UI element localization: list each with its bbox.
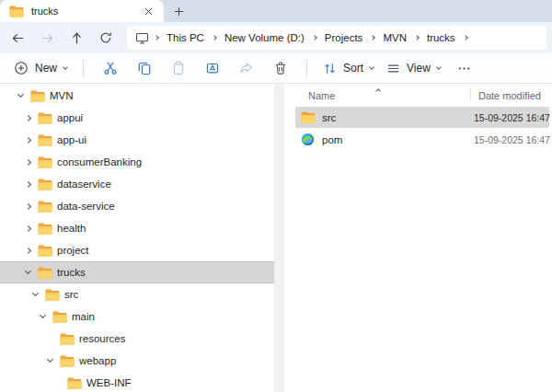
toolbar-divider xyxy=(83,60,84,76)
view-button-label: View xyxy=(407,62,431,75)
tree-item-label: project xyxy=(57,245,89,256)
file-name: pom xyxy=(322,134,342,145)
tab-trucks[interactable]: trucks xyxy=(0,0,164,22)
tree-item-label: consumerBanking xyxy=(57,156,142,167)
chevron-right-icon[interactable] xyxy=(22,204,33,209)
folder-icon xyxy=(60,333,75,345)
tab-title: trucks xyxy=(31,6,58,17)
sort-button-label: Sort xyxy=(343,62,363,75)
navigation-bar: This PCNew Volume (D:)ProjectsMVNtrucks xyxy=(0,22,552,53)
breadcrumb-chevron-icon xyxy=(311,36,318,40)
rename-button[interactable] xyxy=(195,56,229,80)
tree-item-project[interactable]: project xyxy=(0,239,274,261)
tree-item-resources[interactable]: resources xyxy=(0,328,274,350)
folder-icon xyxy=(38,245,52,257)
folder-icon xyxy=(38,223,52,235)
chevron-down-icon[interactable] xyxy=(15,95,26,97)
close-tab-icon[interactable] xyxy=(141,4,155,18)
breadcrumb-item-trucks[interactable]: trucks xyxy=(420,30,462,45)
tree-item-label: data-service xyxy=(57,201,115,212)
breadcrumb-chevron-icon xyxy=(369,36,376,40)
tree-item-label: main xyxy=(72,311,95,322)
chevron-down-icon[interactable] xyxy=(22,271,33,273)
tree-item-src[interactable]: src xyxy=(0,283,274,306)
chevron-right-icon[interactable] xyxy=(22,160,33,165)
breadcrumb-item-mvn[interactable]: MVN xyxy=(376,30,413,45)
tab-bar: trucks xyxy=(0,0,552,22)
share-button[interactable] xyxy=(229,56,263,80)
delete-button[interactable] xyxy=(263,56,297,80)
breadcrumb-item-this-pc[interactable]: This PC xyxy=(160,30,211,45)
chevron-down-icon[interactable] xyxy=(37,316,48,317)
folder-icon xyxy=(301,111,316,123)
this-pc-icon xyxy=(135,32,153,44)
column-divider[interactable] xyxy=(470,88,471,100)
file-row-src[interactable]: src15-09-2025 16:47 xyxy=(295,107,549,128)
chevron-right-icon[interactable] xyxy=(22,182,33,187)
refresh-button[interactable] xyxy=(91,26,121,50)
tree-item-dataservice[interactable]: dataservice xyxy=(0,173,274,195)
chevron-right-icon[interactable] xyxy=(22,116,33,121)
chevron-right-icon[interactable] xyxy=(22,138,33,143)
tree-item-health[interactable]: health xyxy=(0,217,274,239)
explorer-content: MVNappuiapp-uiconsumerBankingdataservice… xyxy=(0,84,552,392)
tree-item-consumerbanking[interactable]: consumerBanking xyxy=(0,151,274,173)
new-button-label: New xyxy=(35,62,57,75)
sort-button[interactable]: Sort xyxy=(316,56,380,80)
copy-button[interactable] xyxy=(127,56,161,80)
chevron-down-icon[interactable] xyxy=(29,294,40,295)
breadcrumb-item-new-volume-d-[interactable]: New Volume (D:) xyxy=(218,30,311,45)
address-bar[interactable]: This PCNew Volume (D:)ProjectsMVNtrucks xyxy=(127,26,546,50)
tree-item-label: resources xyxy=(79,333,126,344)
sidebar-scrollbar[interactable] xyxy=(274,84,284,392)
folder-tree: MVNappuiapp-uiconsumerBankingdataservice… xyxy=(0,84,274,392)
file-name: src xyxy=(322,112,336,123)
breadcrumb-chevron-icon xyxy=(211,36,218,40)
toolbar-divider xyxy=(306,60,307,76)
chevron-right-icon[interactable] xyxy=(22,248,33,253)
file-date-modified: 15-09-2025 16:47 xyxy=(474,112,550,123)
up-button[interactable] xyxy=(62,26,91,50)
tree-item-app-ui[interactable]: app-ui xyxy=(0,129,274,151)
folder-icon xyxy=(38,267,52,279)
chevron-down-icon xyxy=(436,64,442,70)
folder-icon xyxy=(38,179,52,190)
tree-item-label: health xyxy=(57,223,86,234)
tree-item-label: dataservice xyxy=(57,179,111,190)
folder-icon xyxy=(38,112,52,124)
file-row-pom[interactable]: pom15-09-2025 16:47 xyxy=(295,129,549,150)
folder-icon xyxy=(45,289,60,301)
view-button[interactable]: View xyxy=(380,56,447,80)
view-lines-icon xyxy=(386,62,400,75)
edge-file-icon xyxy=(301,133,316,146)
tree-item-appui[interactable]: appui xyxy=(0,107,274,129)
chevron-right-icon[interactable] xyxy=(22,226,33,231)
cut-button[interactable] xyxy=(93,56,127,80)
file-list-pane: Name Date modified src15-09-2025 16:47po… xyxy=(284,84,552,392)
tree-item-web-inf[interactable]: WEB-INF xyxy=(0,372,274,392)
tree-item-label: MVN xyxy=(50,90,74,101)
tree-item-trucks[interactable]: trucks xyxy=(0,261,274,283)
tree-item-data-service[interactable]: data-service xyxy=(0,195,274,217)
breadcrumb: This PCNew Volume (D:)ProjectsMVNtrucks xyxy=(153,30,469,45)
tree-item-webapp[interactable]: webapp xyxy=(0,350,274,372)
more-options-button[interactable] xyxy=(447,56,481,80)
tree-item-label: webapp xyxy=(79,355,116,366)
tree-item-label: trucks xyxy=(57,267,86,278)
back-button[interactable] xyxy=(3,26,32,50)
tree-item-main[interactable]: main xyxy=(0,306,274,328)
paste-button[interactable] xyxy=(161,56,195,80)
new-button[interactable]: New xyxy=(7,56,74,80)
new-tab-button[interactable] xyxy=(171,4,186,18)
forward-button[interactable] xyxy=(32,26,62,50)
file-rows: src15-09-2025 16:47pom15-09-2025 16:47 xyxy=(284,107,552,150)
breadcrumb-item-projects[interactable]: Projects xyxy=(318,30,370,45)
tree-item-mvn[interactable]: MVN xyxy=(0,85,274,107)
command-toolbar: New Sort View xyxy=(0,53,552,84)
chevron-down-icon xyxy=(63,64,68,70)
sort-ascending-icon xyxy=(375,88,381,94)
column-header-date-modified[interactable]: Date modified xyxy=(478,90,541,101)
column-header-name[interactable]: Name xyxy=(308,90,335,101)
chevron-down-icon[interactable] xyxy=(44,360,55,362)
breadcrumb-chevron-icon[interactable] xyxy=(462,36,469,40)
